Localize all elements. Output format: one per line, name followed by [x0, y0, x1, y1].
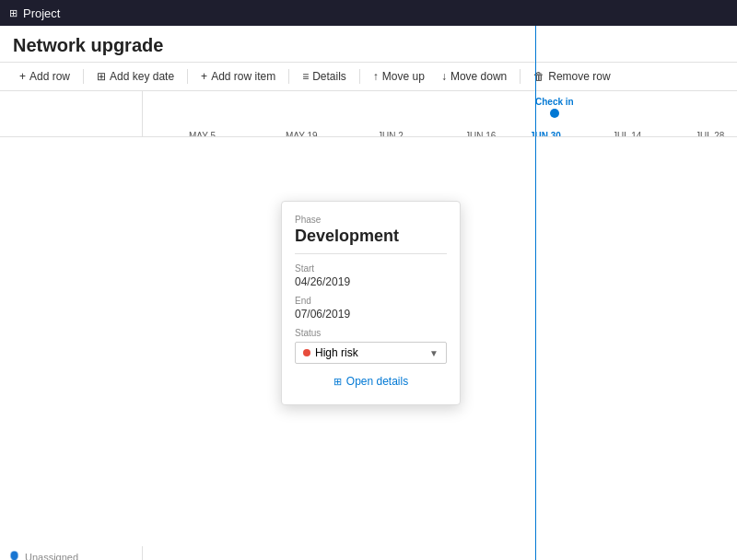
person-icon: 👤 [7, 551, 21, 561]
dropdown-chevron: ▼ [429, 348, 439, 358]
toolbar-sep-2 [187, 69, 188, 84]
checkin-label: Check in [535, 97, 574, 107]
open-details-label: Open details [346, 375, 408, 388]
add-key-date-button[interactable]: ⊞ Add key date [90, 67, 181, 86]
page-title: Network upgrade [13, 35, 724, 56]
popup-status-value: High risk [315, 346, 358, 359]
popup-end-section: End 07/06/2019 [295, 296, 447, 321]
status-select-inner: High risk [303, 346, 358, 359]
popup-start-label: Start [295, 263, 447, 274]
toolbar-sep-1 [83, 69, 84, 84]
trash-icon: 🗑 [533, 70, 544, 83]
timeline-header: Check in MAY 5 MAY 19 JUN 2 JUN 16 JUN 3… [143, 91, 737, 137]
up-icon: ↑ [373, 70, 379, 83]
popup-status-label: Status [295, 328, 447, 338]
date-may19: MAY 19 [286, 131, 318, 137]
details-icon: ≡ [302, 70, 309, 83]
unassigned-label-cell: 👤 Unassigned [0, 546, 143, 560]
app-icon: ⊞ [9, 7, 18, 19]
top-bar: ⊞ Project [0, 0, 737, 26]
page-header: Network upgrade [0, 26, 737, 63]
add-row-button[interactable]: + Add row [13, 67, 76, 86]
date-jun2: JUN 2 [378, 131, 404, 137]
unassigned-text: Unassigned [25, 552, 78, 561]
date-jun30: JUN 30 [530, 131, 561, 137]
plus-icon: + [19, 70, 26, 83]
popup-status-select[interactable]: High risk ▼ [295, 342, 447, 364]
move-up-button[interactable]: ↑ Move up [367, 67, 431, 86]
label-header [0, 91, 143, 137]
gantt-body: 👤 Unassigned Hub Upgrade Development com… [0, 546, 737, 560]
plus2-icon: + [201, 70, 207, 83]
open-details-icon: ⊞ [333, 376, 342, 388]
date-jun16: JUN 16 [465, 131, 496, 137]
popup-status-section: Status High risk ▼ [295, 328, 447, 364]
move-down-button[interactable]: ↓ Move down [435, 67, 513, 86]
details-button[interactable]: ≡ Details [296, 67, 353, 86]
gantt-table: 👤 Unassigned Hub Upgrade Development com… [0, 546, 737, 560]
down-icon: ↓ [441, 70, 447, 83]
toolbar-sep-4 [359, 69, 360, 84]
toolbar-sep-3 [288, 69, 289, 84]
date-jul28: JUL 28 [696, 131, 724, 137]
popup-section-label: Phase [295, 215, 447, 225]
app-title: Project [23, 6, 60, 20]
open-details-button[interactable]: ⊞ Open details [295, 371, 447, 391]
popup-card: Phase Development Start 04/26/2019 End 0… [281, 201, 461, 405]
popup-title: Development [295, 227, 447, 254]
status-indicator-dot [303, 349, 310, 356]
date-jul14: JUL 14 [613, 131, 641, 137]
grid-icon: ⊞ [97, 70, 106, 83]
remove-row-button[interactable]: 🗑 Remove row [527, 67, 616, 86]
toolbar: + Add row ⊞ Add key date + Add row item … [0, 63, 737, 91]
checkin-marker: Check in [535, 97, 574, 118]
unassigned-row: 👤 Unassigned [0, 546, 737, 560]
date-may5: MAY 5 [189, 131, 216, 137]
popup-end-value: 07/06/2019 [295, 308, 447, 321]
popup-end-label: End [295, 296, 447, 306]
popup-start-section: Start 04/26/2019 [295, 263, 447, 288]
toolbar-sep-5 [520, 69, 521, 84]
add-row-item-button[interactable]: + Add row item [194, 67, 282, 86]
checkin-dot [550, 109, 559, 118]
popup-start-value: 04/26/2019 [295, 275, 447, 288]
unassigned-bars [143, 546, 737, 560]
